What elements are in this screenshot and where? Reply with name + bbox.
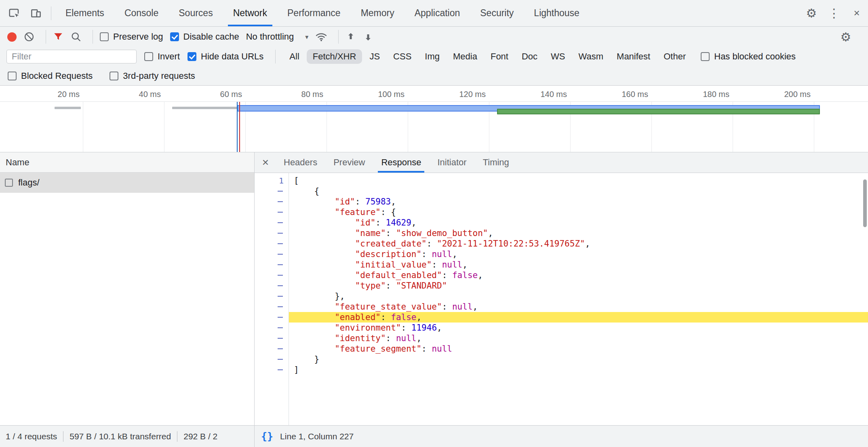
- fold-marker: [278, 201, 283, 202]
- fold-marker: [278, 222, 283, 223]
- invert-checkbox[interactable]: Invert: [144, 51, 180, 62]
- detail-tab-timing[interactable]: Timing: [475, 152, 517, 173]
- code-line: "description": null,: [289, 249, 868, 259]
- tab-security[interactable]: Security: [470, 0, 524, 26]
- filter-pill-all[interactable]: All: [283, 49, 305, 64]
- filter-pill-doc[interactable]: Doc: [516, 49, 544, 64]
- checkbox-box[interactable]: [110, 72, 118, 80]
- record-network-log-button[interactable]: [7, 32, 17, 42]
- detail-tab-headers[interactable]: Headers: [276, 152, 325, 173]
- request-row-flags[interactable]: flags/: [0, 173, 254, 193]
- token-p: :: [421, 249, 432, 259]
- token-s: "identity": [335, 333, 386, 343]
- network-conditions-button[interactable]: [315, 31, 327, 43]
- fold-marker: [278, 306, 283, 307]
- fold-marker-cell: [255, 333, 289, 344]
- token-s: "id": [355, 218, 376, 228]
- search-button[interactable]: [70, 31, 82, 42]
- settings-button[interactable]: ⚙: [800, 0, 823, 26]
- token-p: :: [432, 260, 442, 270]
- code-line: "created_date": "2021-11-12T10:22:53.419…: [289, 238, 868, 249]
- line-number-gutter: 1: [255, 173, 289, 425]
- hide-data-urls-label: Hide data URLs: [201, 51, 263, 62]
- token-p: [294, 207, 335, 217]
- clear-network-log-button[interactable]: [23, 31, 35, 42]
- search-icon: [70, 31, 82, 42]
- checkbox-box[interactable]: [8, 72, 17, 80]
- timeline-gridline: [164, 102, 164, 152]
- detail-tab-preview[interactable]: Preview: [325, 152, 373, 173]
- has-blocked-cookies-checkbox[interactable]: Has blocked cookies: [701, 51, 796, 62]
- fold-marker: [278, 296, 283, 297]
- gear-icon: ⚙: [841, 30, 851, 44]
- filter-pill-ws[interactable]: WS: [545, 49, 571, 64]
- tab-sources[interactable]: Sources: [169, 0, 223, 26]
- more-options-button[interactable]: ⋮: [823, 0, 845, 26]
- token-p: ,: [478, 270, 483, 280]
- third-party-requests-checkbox[interactable]: 3rd-party requests: [110, 71, 195, 81]
- filter-pill-other[interactable]: Other: [657, 49, 692, 64]
- filter-pill-js[interactable]: JS: [363, 49, 386, 64]
- name-header-label: Name: [6, 157, 29, 168]
- filter-input[interactable]: [6, 50, 137, 63]
- tab-console[interactable]: Console: [114, 0, 169, 26]
- preserve-log-checkbox[interactable]: Preserve log: [100, 32, 163, 42]
- filter-pill-fetch-xhr[interactable]: Fetch/XHR: [307, 49, 362, 64]
- disable-cache-checkbox[interactable]: Disable cache: [170, 32, 239, 42]
- checkbox-box[interactable]: [170, 32, 179, 41]
- checkbox-box[interactable]: [100, 32, 109, 41]
- tab-application[interactable]: Application: [405, 0, 470, 26]
- checkbox-box[interactable]: [188, 52, 196, 61]
- tab-performance[interactable]: Performance: [277, 0, 351, 26]
- timeline-tick-label: 60 ms: [190, 90, 242, 99]
- filter-pill-img[interactable]: Img: [419, 49, 446, 64]
- request-checkbox[interactable]: [5, 179, 13, 187]
- fold-marker: [278, 285, 283, 286]
- checkbox-box[interactable]: [701, 52, 710, 61]
- summary-separator: [63, 431, 63, 442]
- filter-toggle-button[interactable]: [53, 32, 63, 42]
- resource-type-filters: AllFetch/XHRJSCSSImgMediaFontDocWSWasmMa…: [283, 49, 693, 64]
- fold-marker-cell: [255, 365, 289, 375]
- response-viewer: 1 [ { "id": 75983, "feature": { "id": 14…: [255, 173, 868, 425]
- filter-pill-font[interactable]: Font: [485, 49, 514, 64]
- inspect-element-button[interactable]: [3, 0, 25, 26]
- filter-pill-media[interactable]: Media: [447, 49, 483, 64]
- requests-name-column-header[interactable]: Name: [0, 152, 254, 173]
- token-p: ]: [294, 365, 299, 375]
- code-line: "enabled": false,: [289, 312, 868, 323]
- checkbox-box[interactable]: [144, 52, 153, 61]
- filter-pill-css[interactable]: CSS: [387, 49, 417, 64]
- filter-pill-wasm[interactable]: Wasm: [573, 49, 610, 64]
- network-overview-timeline[interactable]: 20 ms40 ms60 ms80 ms100 ms120 ms140 ms16…: [0, 86, 868, 152]
- import-har-button[interactable]: [346, 32, 356, 42]
- blocked-requests-checkbox[interactable]: Blocked Requests: [8, 71, 93, 81]
- tab-elements[interactable]: Elements: [55, 0, 114, 26]
- tab-lighthouse[interactable]: Lighthouse: [524, 0, 590, 26]
- device-toolbar-button[interactable]: [25, 0, 47, 26]
- token-p: [294, 239, 355, 249]
- token-p: :: [401, 323, 411, 333]
- token-s: "environment": [335, 323, 401, 333]
- token-s: "2021-11-12T10:22:53.419765Z": [437, 239, 585, 249]
- detail-tab-response[interactable]: Response: [373, 152, 429, 173]
- fold-marker-cell: [255, 228, 289, 238]
- fold-marker: [278, 233, 283, 234]
- detail-tab-initiator[interactable]: Initiator: [429, 152, 474, 173]
- requests-panel: Name flags/ 1 / 4 requests597 B / 10.1 k…: [0, 152, 255, 447]
- export-har-button[interactable]: [363, 32, 373, 42]
- tab-memory[interactable]: Memory: [351, 0, 405, 26]
- scrollbar-thumb[interactable]: [863, 179, 867, 227]
- network-settings-button[interactable]: ⚙: [838, 27, 854, 47]
- timeline-tick-label: 80 ms: [271, 90, 323, 99]
- tab-network[interactable]: Network: [223, 0, 277, 26]
- vertical-scrollbar[interactable]: [862, 174, 867, 424]
- throttling-select[interactable]: No throttling ▾: [246, 32, 309, 42]
- fold-marker-cell: [255, 280, 289, 291]
- pretty-print-button[interactable]: {}: [261, 430, 273, 442]
- filter-pill-manifest[interactable]: Manifest: [611, 49, 656, 64]
- close-devtools-button[interactable]: ×: [845, 0, 868, 26]
- hide-data-urls-checkbox[interactable]: Hide data URLs: [188, 51, 263, 62]
- event-line-domcontentloaded: [237, 102, 238, 152]
- close-detail-button[interactable]: ×: [255, 152, 276, 173]
